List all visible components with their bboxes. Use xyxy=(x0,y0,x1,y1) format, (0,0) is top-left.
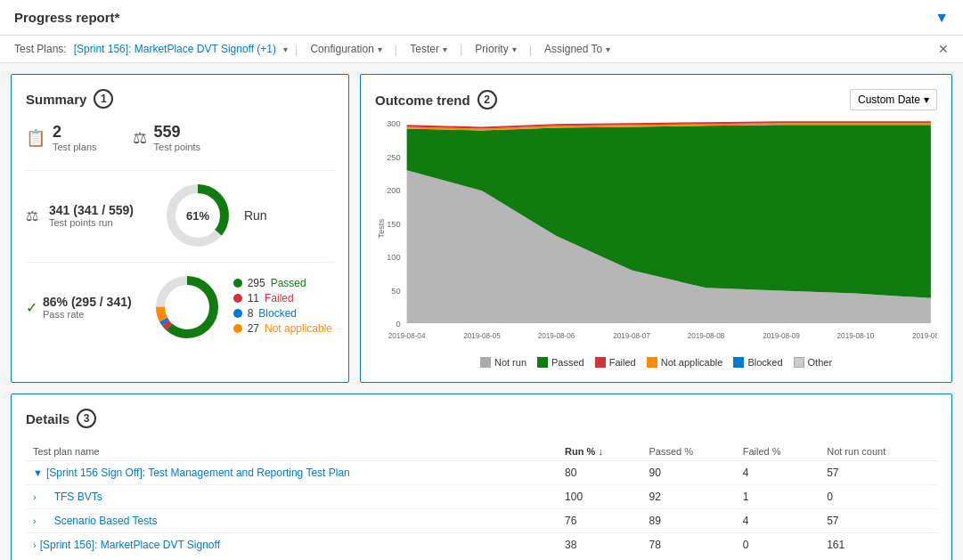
legend-failed-label: Failed xyxy=(265,292,294,304)
table-row: ›Scenario Based Tests7689457 xyxy=(26,509,937,533)
assigned-to-chevron: ▾ xyxy=(606,45,610,54)
row-name[interactable]: [Sprint 156]: MarketPlace DVT Signoff xyxy=(40,539,220,551)
pass-rate-count: 86% (295 / 341) xyxy=(43,295,132,309)
filter-sep-2: | xyxy=(395,43,397,56)
details-table: Test plan name Run % ↓ Passed % Failed %… xyxy=(26,442,937,556)
test-points-run-count: 341 (341 / 559) xyxy=(49,203,134,217)
configuration-filter[interactable]: Configuration ▾ xyxy=(305,41,387,57)
outcome-trend-chart: 300 250 200 150 100 50 0 Tests xyxy=(375,118,937,368)
run-label: Run xyxy=(244,208,267,223)
assigned-to-label: Assigned To xyxy=(544,43,602,55)
priority-chevron: ▾ xyxy=(512,45,517,54)
test-points-icon: ⚖ xyxy=(133,128,147,148)
legend-other: Other xyxy=(808,357,833,368)
table-row: ›[Sprint 156]: MarketPlace DVT Signoff38… xyxy=(26,533,937,557)
svg-text:0: 0 xyxy=(396,320,400,329)
svg-text:2019-08-05: 2019-08-05 xyxy=(463,331,501,339)
assigned-to-filter[interactable]: Assigned To ▾ xyxy=(539,41,616,57)
legend-passed: Passed xyxy=(551,357,584,368)
custom-date-button[interactable]: Custom Date ▾ xyxy=(850,89,937,110)
test-plans-label: Test plans xyxy=(53,142,97,152)
filter-bar: Test Plans: [Sprint 156]: MarketPlace DV… xyxy=(0,36,963,63)
svg-text:Tests: Tests xyxy=(377,219,386,239)
legend-blocked: Blocked xyxy=(747,357,782,368)
close-filter-icon[interactable]: ✕ xyxy=(938,42,949,56)
col-passed-pct: Passed % xyxy=(642,442,736,461)
priority-label: Priority xyxy=(475,43,508,55)
row-name[interactable]: Scenario Based Tests xyxy=(40,515,158,527)
row-expand-icon[interactable]: › xyxy=(33,515,37,526)
app-header: Progress report* ▼ xyxy=(0,0,963,36)
test-plans-count: 2 xyxy=(53,123,97,142)
pass-rate-label: Pass rate xyxy=(43,309,132,320)
details-panel: Details 3 Test plan name Run % ↓ Passed … xyxy=(11,394,952,560)
col-run-pct: Run % ↓ xyxy=(558,442,641,461)
col-not-run-count: Not run count xyxy=(820,442,937,461)
test-points-run-label: Test points run xyxy=(49,217,134,228)
row-expand-icon[interactable]: ▼ xyxy=(33,467,43,478)
svg-text:50: 50 xyxy=(391,287,400,296)
test-plans-icon: 📋 xyxy=(26,128,45,148)
test-plans-filter-value[interactable]: [Sprint 156]: MarketPlace DVT Signoff (+… xyxy=(74,43,276,55)
pass-rate-check-icon: ✓ xyxy=(26,299,37,316)
configuration-chevron: ▾ xyxy=(378,45,382,54)
test-plans-filter-label: Test Plans: xyxy=(14,43,67,55)
legend-blocked-count: 8 xyxy=(248,307,254,320)
row-name[interactable]: TFS BVTs xyxy=(40,491,102,503)
legend-not-run: Not run xyxy=(494,357,526,368)
legend-na-count: 27 xyxy=(248,322,259,335)
svg-text:200: 200 xyxy=(387,186,400,195)
summary-panel: Summary 1 📋 2 Test plans ⚖ 559 Test poin… xyxy=(11,74,349,383)
test-points-label: Test points xyxy=(154,142,201,152)
col-failed-pct: Failed % xyxy=(736,442,820,461)
svg-text:150: 150 xyxy=(387,220,400,229)
table-row: ›TFS BVTs1009210 xyxy=(26,485,937,509)
svg-text:100: 100 xyxy=(387,253,400,262)
outcome-trend-panel: Outcome trend 2 Custom Date ▾ 300 250 20… xyxy=(360,74,952,383)
svg-text:2019-08-10: 2019-08-10 xyxy=(837,331,875,339)
priority-filter[interactable]: Priority ▾ xyxy=(469,41,521,57)
summary-number: 1 xyxy=(94,89,113,109)
pass-rate-legend: 295 Passed 11 Failed 8 Blocked xyxy=(233,277,332,337)
test-points-count: 559 xyxy=(154,123,201,142)
configuration-label: Configuration xyxy=(310,43,373,55)
legend-failed: Failed xyxy=(609,357,636,368)
svg-text:2019-08-07: 2019-08-07 xyxy=(613,331,650,339)
details-number: 3 xyxy=(77,409,96,428)
filter-sep-4: | xyxy=(529,43,532,56)
legend-failed-count: 11 xyxy=(248,292,259,304)
tester-filter[interactable]: Tester ▾ xyxy=(404,41,453,57)
svg-text:2019-08-04: 2019-08-04 xyxy=(388,331,426,339)
svg-text:2019-08-11: 2019-08-11 xyxy=(912,331,937,339)
trend-svg: 300 250 200 150 100 50 0 Tests xyxy=(375,118,937,349)
page-title: Progress report* xyxy=(14,10,119,25)
funnel-icon: ▼ xyxy=(934,10,949,26)
legend-na-label: Not applicable xyxy=(265,322,332,335)
legend-blocked-label: Blocked xyxy=(258,307,297,320)
custom-date-chevron: ▾ xyxy=(924,93,929,106)
svg-text:300: 300 xyxy=(387,119,400,128)
legend-passed-label: Passed xyxy=(271,277,306,289)
summary-title: Summary xyxy=(26,92,86,107)
test-points-run-icon: ⚖ xyxy=(26,208,38,223)
svg-text:2019-08-08: 2019-08-08 xyxy=(688,331,725,339)
row-expand-icon[interactable]: › xyxy=(33,540,37,550)
tester-chevron: ▾ xyxy=(443,45,447,54)
row-name[interactable]: [Sprint 156 Sign Off]: Test Management a… xyxy=(46,467,350,479)
details-title: Details xyxy=(26,411,69,426)
filter-sep-3: | xyxy=(460,43,462,56)
outcome-trend-number: 2 xyxy=(477,90,497,110)
filter-sep-1: | xyxy=(295,43,298,56)
main-content: Summary 1 📋 2 Test plans ⚖ 559 Test poin… xyxy=(0,63,963,560)
col-test-plan-name: Test plan name xyxy=(26,442,558,461)
legend-not-applicable: Not applicable xyxy=(661,357,723,368)
test-plans-chevron[interactable]: ▾ xyxy=(283,45,288,54)
chart-legend: Not run Passed Failed Not applicable xyxy=(375,357,937,368)
table-row: ▼[Sprint 156 Sign Off]: Test Management … xyxy=(26,461,937,485)
run-donut-label: 61% xyxy=(186,209,209,223)
outcome-trend-title: Outcome trend xyxy=(375,93,470,108)
row-expand-icon[interactable]: › xyxy=(33,491,37,502)
svg-text:250: 250 xyxy=(387,153,400,162)
svg-text:2019-08-09: 2019-08-09 xyxy=(763,331,800,339)
svg-text:2019-08-06: 2019-08-06 xyxy=(538,331,575,339)
